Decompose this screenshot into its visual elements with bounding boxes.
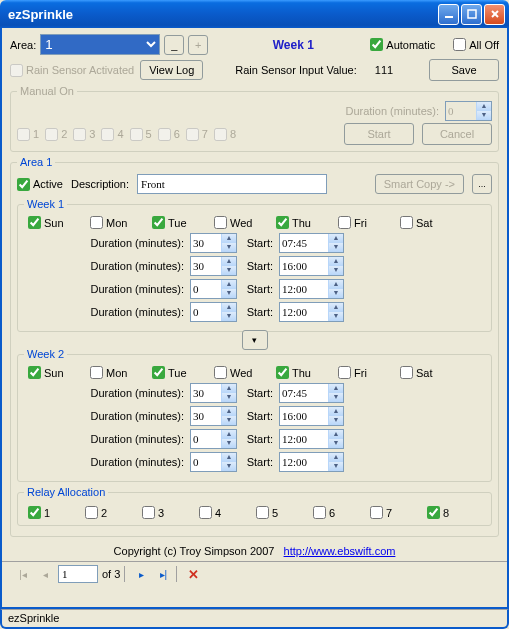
view-log-button[interactable]: View Log: [140, 60, 203, 80]
relay-checkbox[interactable]: 3: [142, 506, 199, 519]
start-time-input[interactable]: [280, 257, 328, 275]
spin-down-icon[interactable]: ▼: [221, 393, 236, 402]
day-checkbox[interactable]: Mon: [90, 366, 152, 379]
dots-button[interactable]: ...: [472, 174, 492, 194]
day-checkbox[interactable]: Fri: [338, 366, 400, 379]
rain-sensor-checkbox[interactable]: Rain Sensor Activated: [10, 64, 134, 77]
duration-input[interactable]: [191, 234, 221, 252]
day-checkbox[interactable]: Thu: [276, 216, 338, 229]
spin-down-icon[interactable]: ▼: [328, 393, 343, 402]
day-checkbox[interactable]: Sat: [400, 366, 462, 379]
nav-last-icon[interactable]: ▸|: [154, 565, 172, 583]
spin-down-icon[interactable]: ▼: [221, 416, 236, 425]
area-select[interactable]: 1: [40, 34, 160, 55]
spin-down-icon[interactable]: ▼: [221, 439, 236, 448]
spin-down-icon[interactable]: ▼: [328, 266, 343, 275]
spin-down-icon[interactable]: ▼: [221, 462, 236, 471]
duration-input[interactable]: [191, 280, 221, 298]
automatic-input[interactable]: [370, 38, 383, 51]
spin-up-icon[interactable]: ▲: [221, 280, 236, 289]
website-link[interactable]: http://www.ebswift.com: [284, 545, 396, 557]
start-time-input[interactable]: [280, 430, 328, 448]
spin-up-icon[interactable]: ▲: [221, 384, 236, 393]
spin-down-icon[interactable]: ▼: [328, 243, 343, 252]
spin-down-icon[interactable]: ▼: [221, 243, 236, 252]
start-time-input[interactable]: [280, 303, 328, 321]
spin-up-icon[interactable]: ▲: [221, 234, 236, 243]
relay-checkbox[interactable]: 2: [85, 506, 142, 519]
spin-down-icon[interactable]: ▼: [328, 439, 343, 448]
duration-spin[interactable]: ▲▼: [190, 452, 237, 472]
spin-down-icon[interactable]: ▼: [328, 312, 343, 321]
start-time-spin[interactable]: ▲▼: [279, 406, 344, 426]
duration-input[interactable]: [191, 407, 221, 425]
duration-input[interactable]: [191, 303, 221, 321]
start-time-spin[interactable]: ▲▼: [279, 302, 344, 322]
spin-up-icon[interactable]: ▲: [328, 257, 343, 266]
duration-spin[interactable]: ▲▼: [190, 383, 237, 403]
relay-checkbox[interactable]: 4: [199, 506, 256, 519]
spin-down-icon[interactable]: ▼: [328, 462, 343, 471]
automatic-checkbox[interactable]: Automatic: [370, 38, 435, 51]
spin-up-icon[interactable]: ▲: [221, 453, 236, 462]
maximize-button[interactable]: [461, 4, 482, 25]
spin-down-icon[interactable]: ▼: [328, 416, 343, 425]
spin-down-icon[interactable]: ▼: [221, 312, 236, 321]
active-checkbox[interactable]: Active: [17, 178, 63, 191]
day-checkbox[interactable]: Wed: [214, 216, 276, 229]
start-time-input[interactable]: [280, 384, 328, 402]
spin-up-icon[interactable]: ▲: [221, 430, 236, 439]
duration-spin[interactable]: ▲▼: [190, 279, 237, 299]
duration-spin[interactable]: ▲▼: [190, 429, 237, 449]
spin-down-icon[interactable]: ▼: [328, 289, 343, 298]
day-checkbox[interactable]: Sun: [28, 216, 90, 229]
save-button[interactable]: Save: [429, 59, 499, 81]
day-checkbox[interactable]: Tue: [152, 216, 214, 229]
spin-up-icon[interactable]: ▲: [328, 430, 343, 439]
relay-checkbox[interactable]: 1: [28, 506, 85, 519]
day-checkbox[interactable]: Fri: [338, 216, 400, 229]
nav-page-input[interactable]: [58, 565, 98, 583]
start-time-input[interactable]: [280, 453, 328, 471]
week-toggle-button[interactable]: ▾: [242, 330, 268, 350]
duration-input[interactable]: [191, 430, 221, 448]
nav-delete-icon[interactable]: ✕: [184, 565, 202, 583]
relay-checkbox[interactable]: 6: [313, 506, 370, 519]
start-time-spin[interactable]: ▲▼: [279, 256, 344, 276]
duration-input[interactable]: [191, 257, 221, 275]
start-time-spin[interactable]: ▲▼: [279, 233, 344, 253]
spin-up-icon[interactable]: ▲: [221, 407, 236, 416]
description-input[interactable]: [137, 174, 327, 194]
duration-spin[interactable]: ▲▼: [190, 256, 237, 276]
relay-checkbox[interactable]: 5: [256, 506, 313, 519]
spin-up-icon[interactable]: ▲: [328, 407, 343, 416]
spin-up-icon[interactable]: ▲: [221, 303, 236, 312]
spin-up-icon[interactable]: ▲: [221, 257, 236, 266]
close-button[interactable]: [484, 4, 505, 25]
day-checkbox[interactable]: Sun: [28, 366, 90, 379]
duration-spin[interactable]: ▲▼: [190, 406, 237, 426]
day-checkbox[interactable]: Mon: [90, 216, 152, 229]
minimize-button[interactable]: [438, 4, 459, 25]
spin-up-icon[interactable]: ▲: [328, 234, 343, 243]
day-checkbox[interactable]: Thu: [276, 366, 338, 379]
spin-down-icon[interactable]: ▼: [221, 289, 236, 298]
spin-up-icon[interactable]: ▲: [328, 303, 343, 312]
duration-input[interactable]: [191, 384, 221, 402]
spin-down-icon[interactable]: ▼: [221, 266, 236, 275]
start-time-spin[interactable]: ▲▼: [279, 279, 344, 299]
spin-up-icon[interactable]: ▲: [328, 280, 343, 289]
relay-checkbox[interactable]: 7: [370, 506, 427, 519]
start-time-input[interactable]: [280, 280, 328, 298]
spin-up-icon[interactable]: ▲: [328, 453, 343, 462]
day-checkbox[interactable]: Tue: [152, 366, 214, 379]
start-time-input[interactable]: [280, 234, 328, 252]
day-checkbox[interactable]: Sat: [400, 216, 462, 229]
duration-spin[interactable]: ▲▼: [190, 233, 237, 253]
duration-input[interactable]: [191, 453, 221, 471]
alloff-checkbox[interactable]: All Off: [453, 38, 499, 51]
start-time-spin[interactable]: ▲▼: [279, 429, 344, 449]
remove-area-button[interactable]: _: [164, 35, 184, 55]
alloff-input[interactable]: [453, 38, 466, 51]
spin-up-icon[interactable]: ▲: [328, 384, 343, 393]
